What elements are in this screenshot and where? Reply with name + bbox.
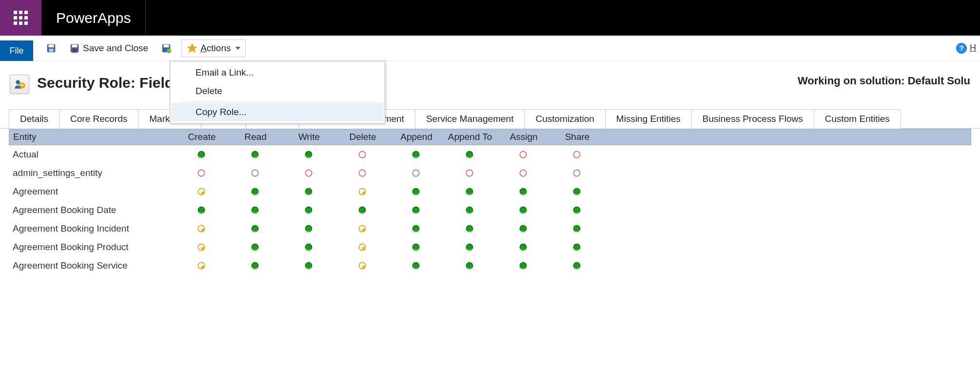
privilege-cell[interactable] — [175, 242, 228, 252]
privilege-cell[interactable] — [443, 224, 496, 234]
help-label[interactable]: H — [970, 43, 976, 53]
tab[interactable]: Business Process Flows — [691, 109, 814, 129]
privilege-cell[interactable] — [335, 168, 389, 178]
privilege-cell[interactable] — [389, 150, 443, 159]
privilege-cell[interactable] — [496, 205, 550, 215]
privilege-cell[interactable] — [282, 261, 335, 271]
solution-label: Working on solution: Default Solu — [798, 75, 970, 87]
privilege-cell[interactable] — [282, 187, 335, 196]
actions-menu-button[interactable]: Actions — [181, 39, 246, 57]
svg-marker-8 — [188, 43, 196, 52]
tab[interactable]: Missing Entities — [605, 109, 692, 129]
entity-name: Agreement Booking Product — [9, 242, 175, 253]
save-button[interactable] — [43, 41, 59, 56]
app-launcher-button[interactable] — [0, 0, 41, 36]
table-row: Agreement Booking Date — [9, 201, 971, 219]
privilege-cell[interactable] — [389, 187, 443, 196]
col-privilege: Assign — [497, 132, 550, 142]
tab[interactable]: Customization — [524, 109, 605, 129]
privilege-cell[interactable] — [175, 187, 228, 196]
privilege-cell[interactable] — [282, 242, 335, 252]
col-privilege: Create — [175, 132, 229, 142]
entity-name: Agreement Booking Date — [9, 205, 175, 215]
privilege-cell[interactable] — [389, 261, 443, 271]
privilege-cell[interactable] — [228, 205, 282, 215]
entity-name: Actual — [9, 149, 175, 160]
privilege-cell[interactable] — [228, 150, 282, 159]
privilege-cell[interactable] — [496, 261, 550, 271]
privilege-cell[interactable] — [335, 224, 389, 234]
privilege-cell[interactable] — [496, 242, 550, 252]
table-row: Actual — [9, 145, 971, 164]
privilege-cell[interactable] — [389, 242, 443, 252]
privilege-cell[interactable] — [389, 224, 443, 234]
privilege-cell[interactable] — [443, 150, 496, 159]
tab[interactable]: Custom Entities — [814, 109, 901, 129]
publish-button[interactable] — [158, 41, 175, 56]
privilege-cell[interactable] — [175, 150, 228, 159]
privilege-cell[interactable] — [335, 187, 389, 196]
svg-point-20 — [198, 170, 204, 176]
privilege-cell[interactable] — [389, 168, 443, 178]
privilege-cell[interactable] — [335, 242, 389, 252]
privilege-cell[interactable] — [550, 242, 604, 252]
svg-point-23 — [359, 170, 365, 176]
privilege-cell[interactable] — [335, 150, 389, 159]
svg-point-15 — [359, 151, 365, 157]
entity-name: admin_settings_entity — [9, 168, 175, 178]
privilege-cell[interactable] — [175, 224, 228, 234]
privilege-cell[interactable] — [496, 224, 550, 234]
privilege-cell[interactable] — [550, 150, 604, 159]
actions-menu-item[interactable]: Email a Link... — [171, 63, 384, 82]
privilege-cell[interactable] — [443, 261, 496, 271]
toolbar: File Save and Close Actions ? H Email a … — [0, 36, 980, 61]
table-row: admin_settings_entity — [9, 164, 971, 182]
privilege-cell[interactable] — [389, 205, 443, 215]
tab[interactable]: Service Management — [415, 109, 525, 129]
chevron-down-icon — [235, 47, 240, 50]
privilege-cell[interactable] — [550, 187, 604, 196]
privilege-cell[interactable] — [228, 242, 282, 252]
privilege-cell[interactable] — [282, 224, 335, 234]
table-row: Agreement Booking Incident — [9, 219, 971, 238]
privilege-cell[interactable] — [175, 261, 228, 271]
tab[interactable]: Core Records — [59, 109, 138, 129]
star-icon — [187, 43, 197, 54]
privilege-cell[interactable] — [443, 168, 496, 178]
privilege-cell[interactable] — [496, 150, 550, 159]
privilege-cell[interactable] — [175, 205, 228, 215]
svg-rect-4 — [72, 44, 78, 47]
privilege-cell[interactable] — [443, 205, 496, 215]
svg-point-21 — [252, 170, 258, 176]
privilege-cell[interactable] — [282, 168, 335, 178]
privilege-cell[interactable] — [550, 224, 604, 234]
privilege-cell[interactable] — [443, 242, 496, 252]
toolbar-items: Save and Close Actions — [33, 36, 246, 60]
privilege-cell[interactable] — [550, 168, 604, 178]
help-icon[interactable]: ? — [956, 43, 967, 54]
tab[interactable]: Details — [9, 109, 59, 129]
privilege-cell[interactable] — [228, 224, 282, 234]
privilege-cell[interactable] — [228, 168, 282, 178]
privilege-cell[interactable] — [443, 187, 496, 196]
app-header: PowerApps — [0, 0, 980, 36]
privilege-cell[interactable] — [282, 205, 335, 215]
privilege-cell[interactable] — [335, 261, 389, 271]
privilege-cell[interactable] — [496, 187, 550, 196]
actions-menu-item[interactable]: Delete — [171, 82, 384, 100]
waffle-icon — [14, 11, 28, 25]
privilege-cell[interactable] — [335, 205, 389, 215]
file-menu-button[interactable]: File — [0, 40, 33, 61]
privilege-cell[interactable] — [228, 261, 282, 271]
svg-point-18 — [520, 151, 526, 157]
save-and-close-button[interactable]: Save and Close — [66, 41, 151, 56]
col-privilege: Share — [550, 132, 604, 142]
privilege-cell[interactable] — [228, 187, 282, 196]
privilege-cell[interactable] — [175, 168, 228, 178]
privilege-cell[interactable] — [550, 205, 604, 215]
privilege-cell[interactable] — [282, 150, 335, 159]
svg-point-22 — [305, 170, 312, 176]
privilege-cell[interactable] — [550, 261, 604, 271]
actions-menu-item[interactable]: Copy Role... — [171, 103, 384, 121]
privilege-cell[interactable] — [496, 168, 550, 178]
